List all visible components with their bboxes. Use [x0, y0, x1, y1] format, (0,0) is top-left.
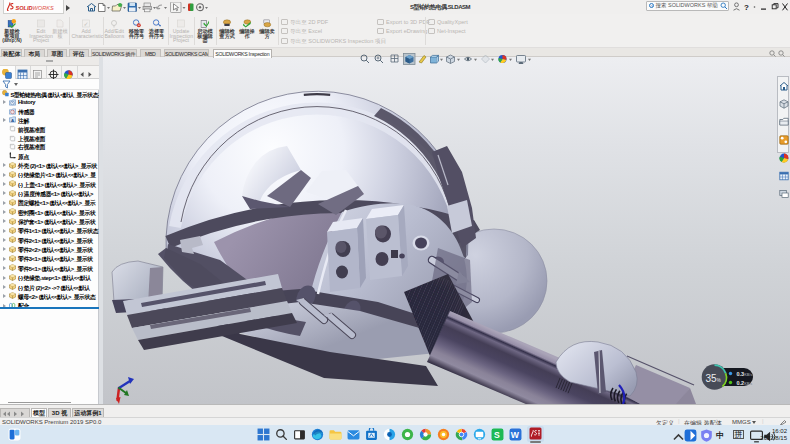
svg-text:?: ?	[744, 3, 749, 12]
svg-text:W: W	[511, 429, 520, 439]
svg-text:WORKS: WORKS	[33, 4, 54, 10]
svg-text:SOLID: SOLID	[16, 4, 33, 10]
svg-text:S: S	[494, 429, 500, 439]
svg-text:✓: ✓	[84, 21, 89, 27]
